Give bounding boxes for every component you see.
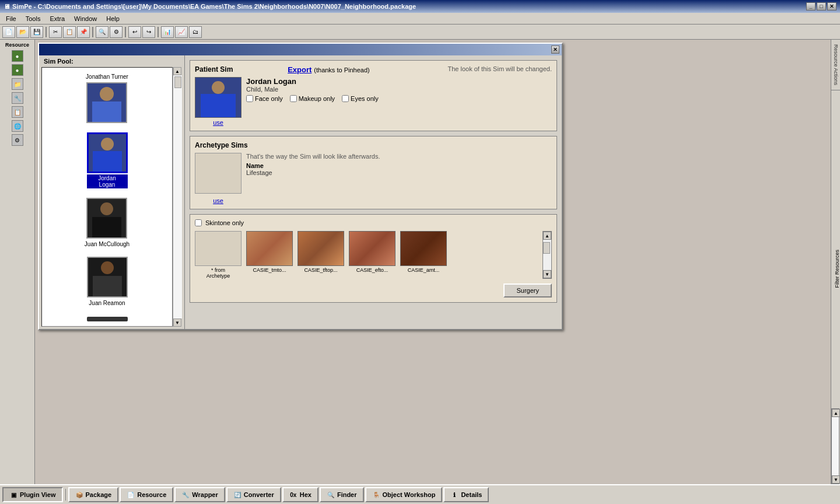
- export-subtitle: (thanks to Pinhead): [314, 66, 369, 74]
- menu-bar: File Tools Extra Window Help: [0, 13, 840, 24]
- package-icon: 📦: [75, 491, 83, 499]
- sim-pool-header: Sim Pool:: [39, 55, 184, 67]
- sim-item-juan-mc[interactable]: Juan McCullough: [83, 197, 131, 249]
- makeup-only-checkbox[interactable]: [290, 95, 297, 102]
- converter-label: Converter: [244, 491, 274, 498]
- taskbar-converter[interactable]: 🔄 Converter: [226, 487, 281, 502]
- minimize-button[interactable]: _: [806, 2, 816, 10]
- skintone-only-checkbox[interactable]: [195, 219, 202, 226]
- taskbar-object-workshop[interactable]: 🪑 Object Workshop: [365, 487, 443, 502]
- texture-scroll-down[interactable]: ▼: [543, 270, 551, 278]
- jonathan-avatar[interactable]: [86, 82, 127, 123]
- jordan-name: Jordan Logan: [87, 174, 128, 188]
- juan-re-avatar[interactable]: [87, 257, 128, 298]
- menu-window[interactable]: Window: [69, 14, 102, 23]
- toolbar-save[interactable]: 💾: [30, 26, 43, 38]
- texture-scroll-thumb[interactable]: [543, 242, 550, 254]
- menu-file[interactable]: File: [1, 14, 21, 23]
- archetype-title: Archetype Sims: [195, 141, 552, 149]
- toolbar-cut[interactable]: ✂: [49, 26, 62, 38]
- dialog-close-button[interactable]: ✕: [551, 46, 559, 54]
- texture-item-4: CASIE_amt...: [400, 231, 447, 273]
- left-icon-3[interactable]: 📁: [12, 78, 23, 90]
- patient-name: Jordan Logan: [246, 77, 552, 86]
- taskbar-resource[interactable]: 📄 Resource: [120, 487, 173, 502]
- right-scroll-down[interactable]: ▼: [832, 475, 840, 484]
- left-icon-1[interactable]: ●: [12, 50, 23, 62]
- face-only-label: Face only: [255, 95, 283, 102]
- toolbar-paste[interactable]: 📌: [77, 26, 90, 38]
- sim-scroll-down[interactable]: ▼: [173, 318, 181, 327]
- toolbar-search[interactable]: 🔍: [96, 26, 108, 38]
- taskbar-details[interactable]: ℹ Details: [443, 487, 489, 502]
- from-archetype-label: * from Archetype: [206, 267, 230, 279]
- skintone-header: Skintone only: [195, 219, 552, 226]
- sim-scroll-up[interactable]: ▲: [173, 67, 181, 75]
- menu-help[interactable]: Help: [102, 14, 124, 23]
- left-icon-4[interactable]: 🔧: [12, 92, 23, 104]
- eyes-only-checkbox[interactable]: [342, 95, 349, 102]
- menu-extra[interactable]: Extra: [45, 14, 69, 23]
- toolbar-redo[interactable]: ↪: [142, 26, 155, 38]
- jordan-avatar[interactable]: [87, 132, 128, 173]
- finder-label: Finder: [337, 491, 357, 498]
- workspace: ✕ Sim Pool: ▲ ▼: [35, 40, 831, 484]
- texture-thumb-4[interactable]: [400, 231, 447, 266]
- right-scroll-up[interactable]: ▲: [832, 409, 840, 417]
- sim-item-jordan[interactable]: Jordan Logan: [86, 131, 129, 190]
- texture-thumb-3[interactable]: [349, 231, 396, 266]
- sim-item-jonathan[interactable]: Jonathan Turner: [85, 72, 130, 124]
- juan-mc-avatar[interactable]: [86, 198, 127, 239]
- texture-scroll-up[interactable]: ▲: [543, 232, 551, 240]
- texture-thumb-1[interactable]: [246, 231, 293, 266]
- jonathan-name-above: Jonathan Turner: [86, 74, 128, 80]
- texture-scrollbar: ▲ ▼: [542, 231, 552, 279]
- surgery-row: Surgery: [195, 284, 552, 298]
- toolbar-extra2[interactable]: 📈: [175, 26, 188, 38]
- taskbar-wrapper[interactable]: 🔧 Wrapper: [174, 487, 225, 502]
- toolbar-open[interactable]: 📂: [16, 26, 29, 38]
- juan-re-name: Juan Reamon: [89, 300, 125, 306]
- face-only-checkbox[interactable]: [246, 95, 253, 102]
- toolbar-settings[interactable]: ⚙: [110, 26, 123, 38]
- archetype-section: Archetype Sims use That's the way the Si…: [190, 136, 557, 209]
- right-sidebar: Resource Actions Filter Resources ▲ ▼: [831, 40, 840, 484]
- texture-item-1: CASIE_tmto...: [246, 231, 293, 273]
- makeup-only-label: Makeup only: [299, 95, 335, 102]
- archetype-use-link[interactable]: use: [213, 197, 223, 204]
- menu-tools[interactable]: Tools: [21, 14, 46, 23]
- left-icon-6[interactable]: 🌐: [12, 120, 23, 132]
- patient-use-link[interactable]: use: [213, 119, 223, 126]
- details-icon: ℹ: [450, 491, 459, 499]
- close-button[interactable]: ✕: [827, 2, 836, 10]
- taskbar-package[interactable]: 📦 Package: [68, 487, 119, 502]
- toolbar-extra3[interactable]: 🗂: [189, 26, 202, 38]
- export-link[interactable]: Export: [288, 65, 312, 74]
- face-only-item: Face only: [246, 95, 283, 102]
- converter-icon: 🔄: [233, 491, 242, 499]
- surgery-button[interactable]: Surgery: [503, 284, 552, 298]
- look-change-text: The look of this Sim will be changed.: [447, 65, 552, 72]
- maximize-button[interactable]: □: [817, 2, 826, 10]
- texture-thumb-2[interactable]: [298, 231, 344, 266]
- filter-resources-label[interactable]: Filter Resources: [834, 250, 840, 288]
- toolbar-new[interactable]: 📄: [2, 26, 15, 38]
- left-icon-7[interactable]: ⚙: [12, 134, 23, 146]
- sim-item-juan-re[interactable]: Juan Reamon: [86, 256, 129, 307]
- taskbar-finder[interactable]: 🔍 Finder: [320, 487, 364, 502]
- taskbar-plugin-view[interactable]: ▣ Plugin View: [2, 487, 63, 502]
- toolbar-extra1[interactable]: 📊: [161, 26, 174, 38]
- patient-desc: Child, Male: [246, 86, 552, 93]
- patient-sim-section: Patient Sim Export (thanks to Pinhead) T…: [190, 60, 557, 131]
- resource-actions-label[interactable]: Resource Actions: [831, 40, 840, 90]
- patient-sim-title: Patient Sim: [195, 65, 233, 74]
- left-icon-2[interactable]: ●: [12, 64, 23, 76]
- toolbar-copy[interactable]: 📋: [63, 26, 76, 38]
- archetype-avatar: [195, 153, 242, 194]
- dialog-title-bar: ✕: [39, 44, 562, 55]
- toolbar-undo[interactable]: ↩: [128, 26, 141, 38]
- taskbar-hex[interactable]: 0x Hex: [282, 487, 318, 502]
- skintone-only-label: Skintone only: [205, 219, 244, 226]
- resource-label-tb: Resource: [137, 491, 166, 498]
- left-icon-5[interactable]: 📋: [12, 106, 23, 118]
